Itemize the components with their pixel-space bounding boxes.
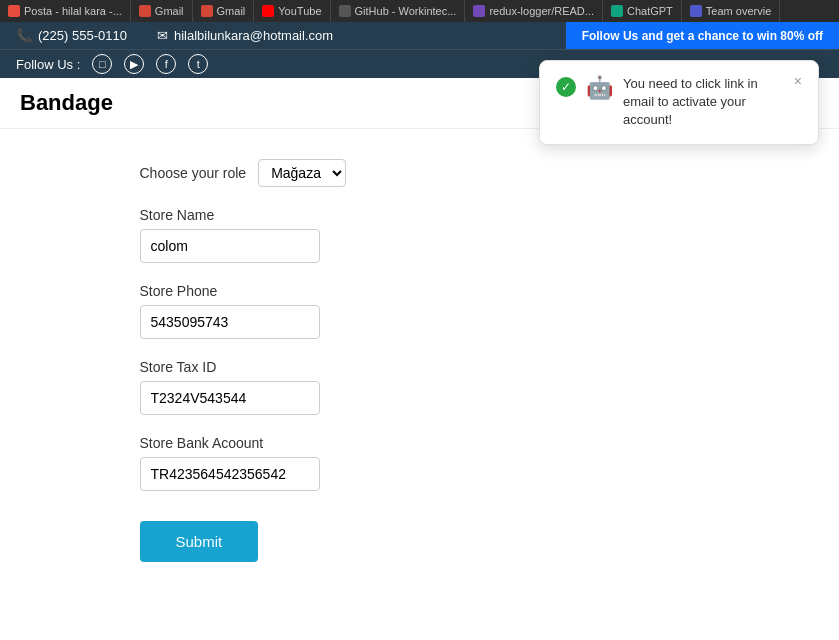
tab-youtube[interactable]: YouTube: [254, 0, 330, 22]
tab-icon-redux: [473, 5, 485, 17]
email-address: hilalbilunkara@hotmail.com: [174, 28, 333, 43]
store-name-group: Store Name: [140, 207, 700, 263]
role-label: Choose your role: [140, 165, 247, 181]
tab-redux[interactable]: redux-logger/READ...: [465, 0, 603, 22]
toast-message: You need to click link in email to activ…: [623, 75, 784, 130]
promo-text: Follow Us and get a chance to win 80% of…: [582, 29, 823, 43]
promo-banner: Follow Us and get a chance to win 80% of…: [566, 22, 839, 49]
store-phone-group: Store Phone: [140, 283, 700, 339]
follow-label: Follow Us :: [16, 57, 80, 72]
email-info: ✉ hilalbilunkara@hotmail.com: [157, 28, 333, 43]
store-name-input[interactable]: [140, 229, 320, 263]
tab-icon-github: [339, 5, 351, 17]
role-row: Choose your role Mağaza Müşteri: [140, 159, 700, 187]
toast-robot-icon: 🤖: [586, 75, 613, 101]
email-icon: ✉: [157, 28, 168, 43]
submit-button[interactable]: Submit: [140, 521, 259, 562]
tab-label-gmail2: Gmail: [217, 5, 246, 17]
store-tax-label: Store Tax ID: [140, 359, 700, 375]
tab-bar: Posta - hilal kara -... Gmail Gmail YouT…: [0, 0, 839, 22]
phone-info: 📞 (225) 555-0110: [16, 28, 127, 43]
store-tax-input[interactable]: [140, 381, 320, 415]
toast-close-button[interactable]: ×: [794, 73, 802, 89]
tab-label-posta: Posta - hilal kara -...: [24, 5, 122, 17]
tab-icon-team: [690, 5, 702, 17]
facebook-icon[interactable]: f: [156, 54, 176, 74]
store-phone-label: Store Phone: [140, 283, 700, 299]
store-phone-input[interactable]: [140, 305, 320, 339]
site-logo: Bandage: [20, 90, 113, 116]
instagram-icon[interactable]: □: [92, 54, 112, 74]
tab-gmail1[interactable]: Gmail: [131, 0, 193, 22]
tab-label-youtube: YouTube: [278, 5, 321, 17]
tab-chatgpt[interactable]: ChatGPT: [603, 0, 682, 22]
tab-icon-gmail2: [201, 5, 213, 17]
tab-icon-posta: [8, 5, 20, 17]
tab-icon-chatgpt: [611, 5, 623, 17]
phone-number: (225) 555-0110: [38, 28, 127, 43]
tab-label-github: GitHub - Workintec...: [355, 5, 457, 17]
tab-posta[interactable]: Posta - hilal kara -...: [0, 0, 131, 22]
store-name-label: Store Name: [140, 207, 700, 223]
store-bank-label: Store Bank Acoount: [140, 435, 700, 451]
youtube-icon[interactable]: ▶: [124, 54, 144, 74]
toast-check-icon: ✓: [556, 77, 576, 97]
tab-label-team: Team overvie: [706, 5, 771, 17]
role-select[interactable]: Mağaza Müşteri: [258, 159, 346, 187]
store-bank-group: Store Bank Acoount: [140, 435, 700, 491]
twitter-icon[interactable]: t: [188, 54, 208, 74]
store-tax-group: Store Tax ID: [140, 359, 700, 415]
tab-label-chatgpt: ChatGPT: [627, 5, 673, 17]
toast-notification: ✓ 🤖 You need to click link in email to a…: [539, 60, 819, 145]
tab-label-redux: redux-logger/READ...: [489, 5, 594, 17]
main-content: Choose your role Mağaza Müşteri Store Na…: [120, 129, 720, 592]
info-bar: 📞 (225) 555-0110 ✉ hilalbilunkara@hotmai…: [0, 22, 839, 49]
phone-icon: 📞: [16, 28, 32, 43]
tab-label-gmail1: Gmail: [155, 5, 184, 17]
tab-team[interactable]: Team overvie: [682, 0, 780, 22]
store-bank-input[interactable]: [140, 457, 320, 491]
tab-icon-gmail1: [139, 5, 151, 17]
tab-github[interactable]: GitHub - Workintec...: [331, 0, 466, 22]
tab-icon-youtube: [262, 5, 274, 17]
tab-gmail2[interactable]: Gmail: [193, 0, 255, 22]
